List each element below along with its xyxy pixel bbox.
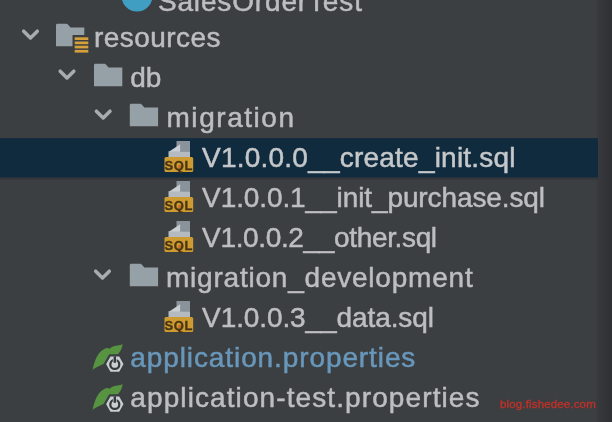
- svg-text:application-test.properties: application-test.properties: [130, 382, 480, 413]
- svg-text:SalesOrderTest: SalesOrderTest: [158, 0, 363, 17]
- svg-text:migration: migration: [167, 102, 296, 133]
- svg-text:V1.0.0.1__init_purchase.sql: V1.0.0.1__init_purchase.sql: [202, 182, 545, 213]
- svg-text:application.properties: application.properties: [130, 342, 416, 373]
- svg-text:blog.fishedee.com: blog.fishedee.com: [500, 398, 596, 410]
- svg-text:migration_development: migration_development: [166, 262, 473, 293]
- svg-text:V1.0.0.3__data.sql: V1.0.0.3__data.sql: [202, 302, 434, 333]
- svg-text:V1.0.0.2__other.sql: V1.0.0.2__other.sql: [202, 222, 437, 253]
- svg-text:db: db: [130, 62, 161, 93]
- svg-text:V1.0.0.0__create_init.sql: V1.0.0.0__create_init.sql: [202, 142, 516, 173]
- svg-text:resources: resources: [94, 22, 221, 53]
